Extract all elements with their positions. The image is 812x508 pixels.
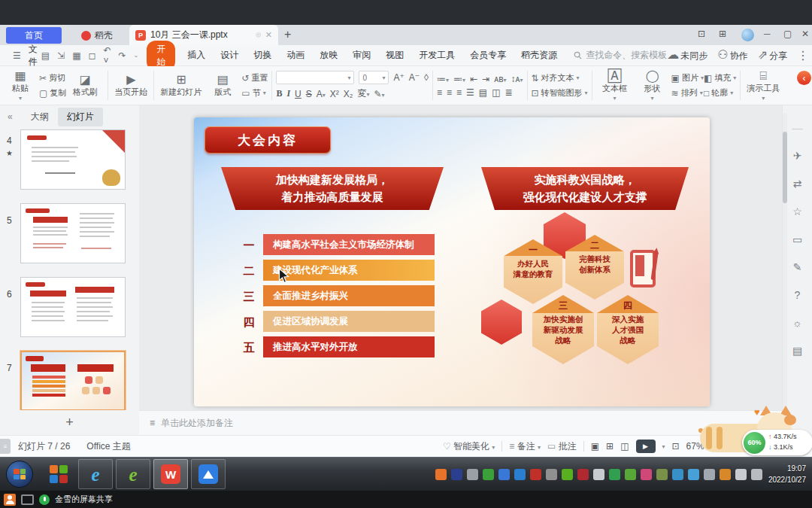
font-family-select[interactable]: ▾ bbox=[276, 71, 354, 84]
side-collapse-handle[interactable]: ‹ bbox=[797, 71, 811, 85]
new-slide-button[interactable]: ⊞新建幻灯片 bbox=[158, 68, 204, 103]
tab-docer[interactable]: 稻壳 bbox=[66, 27, 128, 44]
comments-button[interactable]: ▭ 批注 bbox=[547, 440, 577, 453]
tray-security[interactable] bbox=[530, 469, 541, 480]
italic-button[interactable]: I bbox=[286, 88, 290, 99]
rail-image-edit-icon[interactable]: ✎ bbox=[793, 261, 802, 273]
tray-meeting[interactable] bbox=[498, 469, 510, 480]
section-button[interactable]: ▭节▾ bbox=[241, 87, 268, 99]
tray-expand[interactable] bbox=[467, 469, 478, 480]
microphone-icon[interactable] bbox=[39, 494, 50, 505]
rail-skill-icon[interactable]: ☼ bbox=[792, 317, 802, 329]
subscript-button[interactable]: X₂ bbox=[344, 89, 353, 99]
tray-qq[interactable] bbox=[641, 469, 652, 480]
list-item-4[interactable]: 促进区域协调发展 bbox=[263, 311, 435, 332]
print-icon[interactable]: ▦ bbox=[72, 50, 80, 61]
rail-effects-icon[interactable]: ☆ bbox=[792, 205, 802, 217]
paste-button[interactable]: ▦粘贴▾ bbox=[2, 68, 39, 103]
vertical-scrollbar[interactable] bbox=[783, 113, 787, 429]
command-search-input[interactable]: 查找命令、搜索模板 bbox=[574, 49, 667, 62]
menu-tab-devtools[interactable]: 开发工具 bbox=[419, 49, 455, 62]
align-text-button[interactable]: ⇅对齐文本▾ bbox=[532, 72, 588, 84]
distribute-button[interactable]: ▤ bbox=[479, 87, 487, 98]
text-box-button[interactable]: 🄰文本框▾ bbox=[596, 68, 634, 103]
rail-share-play-icon[interactable]: ✈ bbox=[793, 150, 802, 162]
redo-icon[interactable]: ↷ bbox=[119, 50, 126, 61]
more-menu-icon[interactable]: ⋮ bbox=[797, 50, 809, 62]
menu-tab-slideshow[interactable]: 放映 bbox=[320, 49, 338, 62]
taskbar-wps[interactable]: W bbox=[153, 459, 188, 489]
taskbar-app-colorgrid[interactable] bbox=[42, 460, 75, 488]
fit-screen-icon[interactable]: ⊡ bbox=[672, 441, 680, 452]
tray-network[interactable] bbox=[751, 469, 762, 480]
line-spacing-button[interactable]: ↕ᴀ▾ bbox=[511, 74, 523, 84]
slide-section-title[interactable]: 大会内容 bbox=[205, 126, 331, 154]
rail-help-icon[interactable]: ? bbox=[795, 289, 801, 301]
tray-browser[interactable] bbox=[514, 469, 526, 480]
picture-button[interactable]: ▣图片▾ bbox=[671, 72, 704, 84]
tab-slides[interactable]: 幻灯片 bbox=[58, 108, 103, 126]
tab-home[interactable]: 首页 bbox=[6, 27, 62, 44]
to-smart-graphic-button[interactable]: ⊡转智能图形▾ bbox=[532, 87, 588, 99]
add-slide-button[interactable]: + bbox=[0, 410, 139, 435]
tab-close-icon[interactable]: ✕ bbox=[265, 30, 272, 40]
net-speed-widget[interactable]: 60% ↑ 43.7K/s ↓ 3.1K/s bbox=[742, 430, 812, 455]
comment-bubble-icon[interactable]: ⌾ bbox=[256, 30, 261, 40]
decrease-indent-button[interactable]: ⇤ bbox=[470, 74, 477, 84]
increase-indent-button[interactable]: ⇥ bbox=[482, 74, 489, 84]
share-button[interactable]: ⇗分享 bbox=[758, 49, 787, 62]
align-right-button[interactable]: ≡ bbox=[456, 87, 462, 98]
tray-av[interactable] bbox=[577, 469, 589, 480]
play-options-caret[interactable]: ▾ bbox=[662, 443, 665, 450]
decrease-font-button[interactable]: A⁻ bbox=[409, 72, 420, 83]
normal-view-icon[interactable]: ▣ bbox=[591, 441, 599, 452]
menu-tab-review[interactable]: 审阅 bbox=[353, 49, 371, 62]
tray-orange[interactable] bbox=[720, 469, 731, 480]
font-color-button[interactable]: A▾ bbox=[317, 89, 326, 99]
thumbnail-slide-7[interactable] bbox=[20, 351, 126, 411]
notes-bar[interactable]: ≡ 单击此处添加备注 bbox=[139, 410, 782, 435]
grid-view-icon[interactable]: ⊞ bbox=[719, 29, 726, 39]
menu-tab-member[interactable]: 会员专享 bbox=[470, 49, 506, 62]
list-item-3[interactable]: 全面推进乡村振兴 bbox=[263, 285, 435, 306]
tray-display[interactable] bbox=[704, 469, 715, 480]
tray-clock[interactable] bbox=[688, 469, 699, 480]
taskbar-clock[interactable]: 19:07 2022/10/27 bbox=[768, 463, 806, 485]
hexagon-item-3[interactable]: 三 加快实施创 新驱动发展 战略 bbox=[532, 295, 594, 364]
rail-reference-icon[interactable]: ▤ bbox=[792, 345, 802, 357]
reset-button[interactable]: ↺重置 bbox=[241, 72, 268, 84]
beautify-button[interactable]: ♡ 智能美化 ▾ bbox=[443, 440, 495, 453]
theme-name[interactable]: Office 主题 bbox=[86, 440, 130, 453]
rail-cast-icon[interactable]: ▭ bbox=[792, 233, 802, 245]
bold-button[interactable]: B bbox=[276, 88, 282, 99]
copy-button[interactable]: ▢复制 bbox=[39, 87, 66, 99]
tray-wps-cloud[interactable] bbox=[562, 469, 573, 480]
list-extra-button[interactable]: ≣ bbox=[505, 87, 513, 98]
columns-button[interactable]: ◫ bbox=[492, 87, 500, 98]
minimize-button[interactable]: ─ bbox=[764, 29, 771, 39]
user-avatar[interactable] bbox=[741, 29, 754, 41]
menu-tab-insert[interactable]: 插入 bbox=[187, 49, 205, 62]
list-item-5[interactable]: 推进高水平对外开放 bbox=[263, 336, 435, 357]
scrollbar-thumb[interactable] bbox=[783, 132, 787, 203]
new-tab-button[interactable]: + bbox=[284, 28, 291, 41]
start-button[interactable] bbox=[6, 461, 33, 488]
undo-icon[interactable]: ↶ ˅ bbox=[103, 45, 111, 66]
menu-tab-transition[interactable]: 切换 bbox=[253, 49, 271, 62]
hexagon-item-4[interactable]: 四 深入实施 人才强国 战略 bbox=[597, 295, 659, 364]
tray-blue[interactable] bbox=[672, 469, 683, 480]
save-icon[interactable]: ▤ bbox=[41, 50, 50, 61]
slide-7[interactable]: 大会内容 加快构建新发展格局， 着力推动高质量发展 一 构建高水平社会主义市场经… bbox=[194, 117, 710, 406]
menu-tab-view[interactable]: 视图 bbox=[386, 49, 404, 62]
tray-usb[interactable] bbox=[483, 469, 494, 480]
highlight-button[interactable]: ✎▾ bbox=[374, 89, 385, 99]
thumbnail-slide-4[interactable] bbox=[20, 129, 126, 190]
rail-adjust-icon[interactable]: ⇄ bbox=[793, 178, 802, 190]
present-tools-button[interactable]: ⌸演示工具▾ bbox=[744, 68, 782, 103]
reading-view-icon[interactable]: ◫ bbox=[620, 441, 629, 452]
sorter-view-icon[interactable]: ⊞ bbox=[606, 441, 614, 452]
layout-switch-icon[interactable]: ⊡ bbox=[698, 29, 705, 39]
right-banner[interactable]: 实施科教兴国战略， 强化现代化建设人才支撑 bbox=[481, 167, 689, 210]
strikethrough-button[interactable]: S bbox=[306, 89, 312, 99]
cut-button[interactable]: ✂剪切 bbox=[39, 72, 66, 84]
